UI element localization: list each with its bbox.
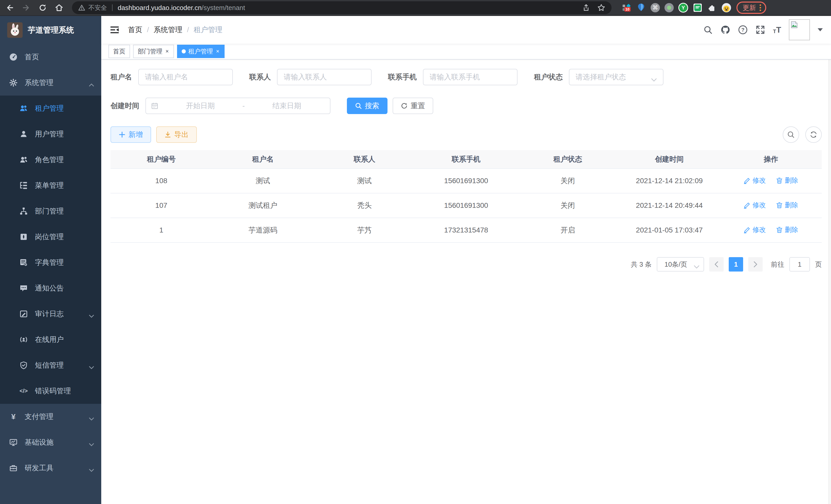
edit-link[interactable]: 修改 (744, 176, 766, 185)
status-label: 租户状态 (534, 72, 563, 82)
back-icon[interactable] (5, 3, 15, 12)
sidebar-item-error-code[interactable]: </> 错误码管理 (0, 378, 101, 404)
export-button[interactable]: 导出 (156, 126, 197, 143)
avatar-caret-icon[interactable] (818, 28, 823, 31)
add-button[interactable]: 新增 (111, 126, 151, 143)
header-search-icon[interactable] (703, 25, 713, 35)
page-scrollbar[interactable] (828, 16, 831, 504)
breadcrumb-system[interactable]: 系统管理 (154, 25, 182, 35)
bookmark-star-icon[interactable] (597, 4, 605, 12)
edit-link[interactable]: 修改 (744, 201, 766, 210)
sidebar-item-post[interactable]: 岗位管理 (0, 224, 101, 250)
extension-chat-icon[interactable] (693, 3, 703, 12)
goto-page-input[interactable] (790, 257, 810, 271)
header-actions: 操作 (720, 150, 822, 169)
search-button[interactable]: 搜索 (347, 98, 388, 114)
reset-button[interactable]: 重置 (393, 98, 433, 114)
extension-y-icon[interactable]: Y (678, 3, 688, 12)
table-header-row: 租户编号 租户名 联系人 联系手机 租户状态 创建时间 操作 (111, 150, 822, 169)
sidebar-item-dict[interactable]: 字典管理 (0, 250, 101, 275)
cell-contact: 芋艿 (314, 218, 415, 242)
cell-created: 2021-12-14 20:49:44 (619, 193, 720, 218)
sidebar-item-dev-tools[interactable]: 研发工具 (0, 455, 101, 481)
hamburger-icon[interactable] (110, 25, 120, 35)
help-icon[interactable]: ? (738, 25, 748, 35)
header-tenant-name: 租户名 (212, 150, 314, 169)
toggle-search-button[interactable] (783, 126, 799, 143)
cell-name: 测试 (212, 169, 314, 193)
page-content: 租户名 请输入租户名 联系人 请输入联系人 联系手机 请输入联系手机 租户状态 (101, 60, 831, 504)
address-bar[interactable]: 不安全 dashboard.yudao.iocoder.cn/system/te… (72, 1, 611, 14)
tag-tenant[interactable]: 租户管理× (177, 45, 225, 58)
sidebar-item-payment[interactable]: ¥ 支付管理 (0, 404, 101, 429)
tag-home[interactable]: 首页 (109, 45, 130, 58)
reload-icon[interactable] (38, 3, 47, 12)
edit-link[interactable]: 修改 (744, 225, 766, 234)
delete-link[interactable]: 删除 (776, 176, 798, 185)
trash-icon (776, 227, 783, 233)
extensions-puzzle-icon[interactable] (707, 3, 717, 12)
sidebar-item-user[interactable]: 用户管理 (0, 121, 101, 147)
contact-input[interactable]: 请输入联系人 (277, 69, 372, 85)
sidebar-item-notice[interactable]: 通知公告 (0, 275, 101, 301)
home-icon[interactable] (55, 3, 64, 12)
extension-record-icon[interactable] (664, 3, 674, 12)
tag-dept[interactable]: 部门管理× (133, 45, 174, 58)
fullscreen-icon[interactable] (755, 25, 765, 35)
cell-created: 2021-12-14 21:02:09 (619, 169, 720, 193)
cell-status: 开启 (517, 218, 619, 242)
page-size-select[interactable]: 10条/页 (657, 257, 704, 271)
sidebar-item-online-users[interactable]: 在线用户 (0, 327, 101, 352)
github-icon[interactable] (720, 25, 730, 35)
cell-status: 关闭 (517, 193, 619, 218)
date-range-input[interactable]: 开始日期 - 结束日期 (145, 98, 331, 114)
logo-rabbit-icon (7, 22, 23, 38)
close-icon[interactable]: × (216, 49, 220, 54)
navbar-actions: ? TT (703, 19, 823, 40)
status-select[interactable]: 请选择租户状态 (569, 69, 663, 85)
sidebar-item-system[interactable]: 系统管理 (0, 70, 101, 95)
sidebar-item-dept[interactable]: 部门管理 (0, 198, 101, 224)
online-user-icon (20, 335, 28, 344)
extension-balloon-icon[interactable] (636, 3, 646, 12)
end-date-placeholder[interactable]: 结束日期 (249, 101, 325, 111)
prev-page-button[interactable] (709, 257, 724, 271)
delete-link[interactable]: 删除 (776, 201, 798, 210)
forward-icon[interactable] (22, 3, 31, 12)
insecure-warning-icon[interactable] (78, 4, 85, 11)
delete-link[interactable]: 删除 (776, 225, 798, 234)
cell-actions: 修改 删除 (720, 218, 822, 242)
current-page-button[interactable]: 1 (729, 257, 743, 271)
sidebar-item-home[interactable]: 首页 (0, 44, 101, 70)
mobile-input[interactable]: 请输入联系手机 (423, 69, 517, 85)
browser-menu-icon[interactable] (760, 4, 761, 11)
sidebar-item-sms[interactable]: 短信管理 (0, 352, 101, 378)
browser-update-button[interactable]: 更新 (737, 2, 766, 14)
next-page-button[interactable] (748, 257, 763, 271)
share-icon[interactable] (582, 4, 590, 11)
extension-keyboard-icon[interactable]: 10 (622, 3, 632, 12)
sidebar-item-menu[interactable]: 菜单管理 (0, 173, 101, 198)
browser-toolbar: 不安全 dashboard.yudao.iocoder.cn/system/te… (0, 0, 831, 16)
refresh-table-button[interactable] (805, 126, 822, 143)
breadcrumb-home[interactable]: 首页 (128, 25, 142, 35)
font-size-icon[interactable]: TT (773, 26, 781, 34)
profile-avatar-icon[interactable] (721, 3, 731, 12)
tenant-name-input[interactable]: 请输入租户名 (138, 69, 233, 85)
security-label: 不安全 (88, 4, 107, 12)
sidebar-item-audit-log[interactable]: 审计日志 (0, 301, 101, 327)
pagination: 共 3 条 10条/页 1 前往 (111, 257, 822, 271)
extension-command-icon[interactable]: ⌘ (651, 3, 660, 12)
cell-name: 芋道源码 (212, 218, 314, 242)
sidebar-item-tenant[interactable]: 租户管理 (0, 95, 101, 121)
sidebar-item-role[interactable]: 角色管理 (0, 147, 101, 173)
refresh-icon (810, 131, 818, 139)
cell-actions: 修改 删除 (720, 193, 822, 218)
close-icon[interactable]: × (165, 49, 169, 54)
avatar[interactable] (789, 19, 810, 40)
header-mobile: 联系手机 (415, 150, 517, 169)
edit-icon (744, 177, 750, 184)
sidebar-logo[interactable]: 芋道管理系统 (0, 16, 101, 44)
start-date-placeholder[interactable]: 开始日期 (163, 101, 238, 111)
sidebar-item-infrastructure[interactable]: 基础设施 (0, 429, 101, 455)
